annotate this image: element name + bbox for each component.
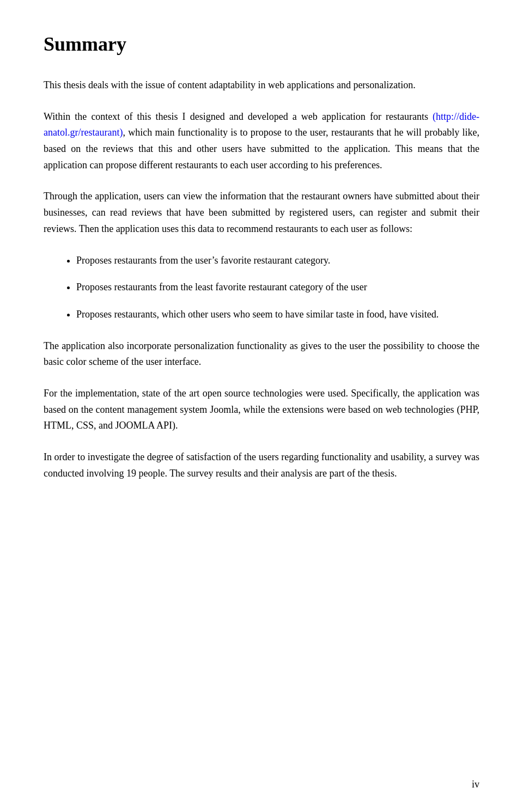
page-number: iv bbox=[472, 779, 479, 790]
page: Summary This thesis deals with the issue… bbox=[0, 0, 523, 812]
paragraph-3: Through the application, users can view … bbox=[44, 188, 479, 237]
list-item: Proposes restaurants from the least favo… bbox=[76, 279, 479, 296]
bullet-list: Proposes restaurants from the user’s fav… bbox=[76, 253, 479, 323]
paragraph-7: In order to investigate the degree of sa… bbox=[44, 449, 479, 481]
paragraph-1: This thesis deals with the issue of cont… bbox=[44, 77, 479, 94]
list-item: Proposes restaurants from the user’s fav… bbox=[76, 253, 479, 269]
paragraph-2: Within the context of this thesis I desi… bbox=[44, 109, 479, 174]
paragraph-5: The application also incorporate persona… bbox=[44, 338, 479, 370]
list-item: Proposes restaurants, which other users … bbox=[76, 307, 479, 323]
paragraph-6: For the implementation, state of the art… bbox=[44, 386, 479, 434]
page-title: Summary bbox=[44, 33, 479, 56]
paragraph-2-before-link: Within the context of this thesis I desi… bbox=[44, 111, 433, 122]
